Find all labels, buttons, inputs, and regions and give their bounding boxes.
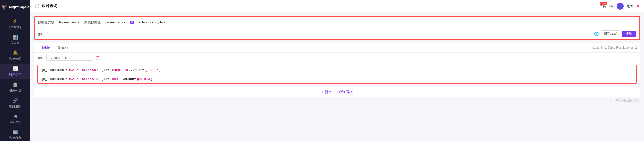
- sidebar-item-dashboard[interactable]: 📊 仪表盘: [0, 32, 30, 48]
- tabs: Table Graph: [37, 43, 72, 52]
- trace-icon: 🔗: [12, 98, 18, 103]
- footer-note: CSDN @小菜技术栈: [34, 97, 640, 104]
- sidebar-item-trace[interactable]: 🔗 链路追踪: [0, 95, 30, 111]
- datasource-type-selector[interactable]: Prometheus ▾: [56, 19, 82, 25]
- sidebar-item-infra[interactable]: 🖥 基础设施: [0, 111, 30, 127]
- page-title-text: 即时查询: [41, 3, 57, 9]
- docs-lang-button[interactable]: 文档 NEW: [599, 4, 606, 8]
- load-info: Load time: 10ms Result series: 2: [593, 46, 637, 49]
- query-panel: 数据源类型 Prometheus ▾ 关联数据源 prometheus ▾ En…: [34, 16, 640, 40]
- time-series-icon: 📈: [12, 66, 18, 72]
- sidebar-item-label: 告警自愈: [9, 136, 21, 140]
- query-button[interactable]: 查询: [622, 31, 636, 37]
- table-row: go_info{instance="192.168.40.165:9090", …: [38, 65, 636, 74]
- logo-text: Nightingale: [9, 5, 30, 9]
- query-input-right: 🌐 新手模式 查询: [594, 30, 636, 37]
- avatar: 👤: [617, 3, 624, 10]
- query-input-row: 🌐 新手模式 查询: [35, 28, 639, 39]
- enable-autocomplete-text: Enable autocomplete: [135, 20, 165, 24]
- sidebar-item-quick-jump[interactable]: ⚡ 快速跳转: [0, 16, 30, 32]
- log-analysis-icon: 📋: [12, 82, 18, 88]
- results-panel: Table Graph Load time: 10ms Result serie…: [34, 43, 640, 84]
- sidebar-item-label: 时序指标: [9, 73, 21, 77]
- chevron-down-icon-2: ▾: [124, 20, 126, 24]
- time-label: Time: [37, 56, 44, 60]
- related-datasource-selector[interactable]: prometheus ▾: [103, 19, 128, 25]
- sidebar-item-label: 基础设施: [9, 120, 21, 124]
- sidebar-item-label: 链路追踪: [9, 104, 21, 109]
- sidebar-item-time-series[interactable]: 📈 时序指标: [0, 64, 30, 79]
- content-area: 数据源类型 Prometheus ▾ 关联数据源 prometheus ▾ En…: [30, 12, 644, 141]
- tab-graph[interactable]: Graph: [54, 43, 72, 52]
- sidebar-item-label: 日志分析: [9, 89, 21, 93]
- enable-autocomplete-checkbox[interactable]: [130, 21, 134, 24]
- user-name[interactable]: 超管: [627, 4, 633, 8]
- datasource-type-label: 数据源类型: [38, 20, 54, 25]
- sidebar-item-log-analysis[interactable]: 📋 日志分析: [0, 79, 30, 95]
- enable-autocomplete-label[interactable]: Enable autocomplete: [130, 20, 165, 24]
- tabs-row: Table Graph Load time: 10ms Result serie…: [34, 43, 640, 53]
- datasource-type-value: Prometheus: [59, 20, 77, 24]
- time-row: Time 📅: [34, 53, 640, 63]
- related-datasource-label: 关联数据源: [84, 20, 101, 25]
- sidebar-item-alert-self[interactable]: ✉️ 告警自愈: [0, 127, 30, 141]
- infra-icon: 🖥: [13, 114, 17, 119]
- query-header: 数据源类型 Prometheus ▾ 关联数据源 prometheus ▾ En…: [35, 17, 639, 28]
- table-row: go_info{instance="192.168.40.165:9100", …: [38, 74, 636, 83]
- logo-icon: 🦅: [1, 4, 8, 10]
- sidebar-item-label: 快速跳转: [9, 25, 21, 29]
- page-title: 📈 即时查询: [34, 3, 57, 9]
- title-chart-icon: 📈: [34, 4, 39, 8]
- metric-text-2: go_info{instance="192.168.40.165:9100", …: [41, 77, 152, 81]
- metric-value-1: 1: [631, 68, 633, 72]
- en-label: EN: [609, 4, 613, 8]
- new-mode-button[interactable]: 新手模式: [601, 30, 620, 37]
- sidebar: 🦅 Nightingale ⚡ 快速跳转 📊 仪表盘 🔔 告警管理 📈 时序指标…: [0, 0, 30, 141]
- related-datasource-value: prometheus: [105, 20, 123, 24]
- dashboard-icon: 📊: [12, 34, 18, 40]
- globe-icon[interactable]: 🌐: [594, 32, 599, 36]
- en-lang-button[interactable]: EN: [609, 4, 613, 8]
- eval-time-input[interactable]: [46, 55, 93, 61]
- alert-self-icon: ✉️: [12, 129, 18, 135]
- topbar-right: 文档 NEW EN 👤 超管 ✕: [599, 3, 640, 10]
- quick-jump-icon: ⚡: [12, 18, 18, 24]
- sidebar-logo: 🦅 Nightingale: [0, 0, 30, 14]
- sidebar-item-label: 仪表盘: [11, 41, 20, 45]
- metric-value-2: 1: [631, 77, 633, 81]
- chevron-down-icon: ▾: [78, 20, 79, 24]
- close-icon[interactable]: ✕: [636, 3, 640, 9]
- sidebar-item-alert-mgmt[interactable]: 🔔 告警管理: [0, 48, 30, 64]
- metric-text-1: go_info{instance="192.168.40.165:9090", …: [41, 68, 161, 72]
- tab-table[interactable]: Table: [37, 43, 54, 52]
- add-panel-button[interactable]: + 新增一个查询面板: [34, 87, 640, 97]
- sidebar-item-label: 告警管理: [9, 57, 21, 61]
- data-table: go_info{instance="192.168.40.165:9090", …: [37, 65, 637, 84]
- alert-mgmt-icon: 🔔: [12, 50, 18, 56]
- new-badge: NEW: [600, 2, 607, 5]
- topbar: 📈 即时查询 文档 NEW EN 👤 超管 ✕: [30, 0, 644, 12]
- main-area: 📈 即时查询 文档 NEW EN 👤 超管 ✕ 数据源类型 Prometheus…: [30, 0, 644, 141]
- query-input[interactable]: [38, 32, 592, 36]
- calendar-icon[interactable]: 📅: [95, 56, 100, 60]
